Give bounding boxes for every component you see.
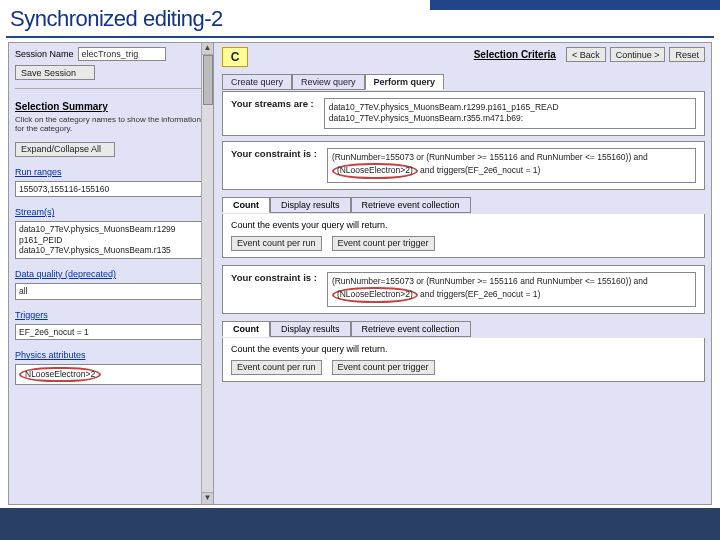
expand-collapse-button[interactable]: Expand/Collapse All [15, 142, 115, 157]
constraint1-highlight: (NLooseElectron>2) [332, 163, 418, 178]
event-count-per-run-2[interactable]: Event count per run [231, 360, 322, 375]
physics-attr-highlight: NLooseElectron>2 [19, 367, 101, 382]
cat-run-ranges[interactable]: Run ranges [15, 167, 207, 177]
sidebar: Session Name elecTrons_trig Save Session… [8, 42, 214, 505]
main-panel: C Selection Criteria < Back Continue > R… [214, 42, 712, 505]
cat-triggers[interactable]: Triggers [15, 310, 207, 320]
stream-line-1: data10_7TeV.physics_MuonsBeam.r1299.p161… [329, 102, 691, 113]
tab-perform-query[interactable]: Perform query [365, 74, 445, 90]
sidebar-scrollbar[interactable]: ▲ ▼ [201, 43, 213, 504]
selection-summary-title: Selection Summary [15, 101, 207, 112]
subtab-display-1[interactable]: Display results [270, 197, 351, 213]
streams-label: Your streams are : [231, 98, 314, 110]
subtab-count-1[interactable]: Count [222, 197, 270, 213]
dq-value: all [15, 283, 207, 300]
constraint2-label: Your constraint is : [231, 272, 317, 284]
cat-dq[interactable]: Data quality (deprecated) [15, 269, 207, 279]
scroll-up-icon[interactable]: ▲ [202, 43, 213, 55]
selection-criteria-title: Selection Criteria [474, 49, 556, 60]
selection-summary-sub: Click on the category names to show the … [15, 116, 207, 134]
event-count-per-trigger-2[interactable]: Event count per trigger [332, 360, 435, 375]
streams-value: data10_7TeV.physics_MuonsBeam.r1299 p161… [15, 221, 207, 259]
reset-button[interactable]: Reset [669, 47, 705, 62]
run-ranges-value: 155073,155116-155160 [15, 181, 207, 198]
subtab-retrieve-2[interactable]: Retrieve event collection [351, 321, 471, 337]
tab-review-query[interactable]: Review query [292, 74, 365, 90]
count-desc-1: Count the events your query will return. [231, 220, 696, 230]
result-tabs-2: Count Display results Retrieve event col… [222, 321, 705, 337]
cat-physics-attr[interactable]: Physics attributes [15, 350, 207, 360]
app-frame: Session Name elecTrons_trig Save Session… [8, 42, 712, 505]
triggers-value: EF_2e6_nocut = 1 [15, 324, 207, 341]
scroll-thumb[interactable] [203, 55, 213, 105]
stream-line-2: data10_7TeV.physics_MuonsBeam.r355.m471.… [329, 113, 691, 124]
session-name-input[interactable]: elecTrons_trig [78, 47, 166, 61]
constraint1-a: (RunNumber=155073 or (RunNumber >= 15511… [332, 152, 648, 162]
constraint2-b: and triggers(EF_2e6_nocut = 1) [420, 289, 540, 299]
constraint1-b: and triggers(EF_2e6_nocut = 1) [420, 165, 540, 175]
badge-c: C [222, 47, 248, 67]
physics-attr-value: NLooseElectron>2 [15, 364, 207, 385]
query-tabs: Create query Review query Perform query [222, 74, 705, 90]
result-tabs-1: Count Display results Retrieve event col… [222, 197, 705, 213]
event-count-per-run-1[interactable]: Event count per run [231, 236, 322, 251]
session-name-label: Session Name [15, 49, 74, 59]
title-rule [6, 36, 714, 38]
event-count-per-trigger-1[interactable]: Event count per trigger [332, 236, 435, 251]
cat-streams[interactable]: Stream(s) [15, 207, 207, 217]
constraint1-label: Your constraint is : [231, 148, 317, 160]
count-desc-2: Count the events your query will return. [231, 344, 696, 354]
back-button[interactable]: < Back [566, 47, 606, 62]
constraint2-a: (RunNumber=155073 or (RunNumber >= 15511… [332, 276, 648, 286]
continue-button[interactable]: Continue > [610, 47, 666, 62]
save-session-button[interactable]: Save Session [15, 65, 95, 80]
page-title: Synchronized editing-2 [0, 0, 720, 40]
constraint2-highlight: (NLooseElectron>2) [332, 287, 418, 302]
subtab-retrieve-1[interactable]: Retrieve event collection [351, 197, 471, 213]
subtab-count-2[interactable]: Count [222, 321, 270, 337]
tab-create-query[interactable]: Create query [222, 74, 292, 90]
scroll-down-icon[interactable]: ▼ [202, 492, 213, 504]
subtab-display-2[interactable]: Display results [270, 321, 351, 337]
footer-bar [0, 508, 720, 540]
